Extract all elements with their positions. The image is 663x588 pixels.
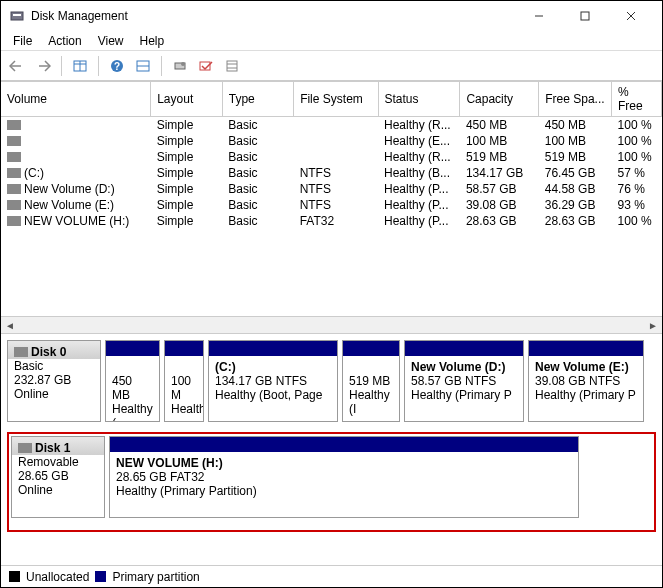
partition[interactable]: NEW VOLUME (H:)28.65 GB FAT32Healthy (Pr… xyxy=(109,436,579,518)
cell-pct: 100 % xyxy=(612,149,662,165)
disk-label[interactable]: Disk 0Basic232.87 GBOnline xyxy=(7,340,101,422)
settings-button[interactable] xyxy=(168,54,192,78)
volume-name: New Volume (D:) xyxy=(24,182,115,196)
partition-status: Healthy (Primary P xyxy=(411,388,517,402)
volume-table[interactable]: Volume Layout Type File System Status Ca… xyxy=(1,81,662,317)
partition[interactable]: (C:)134.17 GB NTFSHealthy (Boot, Page xyxy=(208,340,338,422)
volume-icon xyxy=(7,216,21,226)
col-free[interactable]: Free Spa... xyxy=(539,82,612,117)
forward-button[interactable] xyxy=(31,54,55,78)
partition-header-bar xyxy=(110,437,578,452)
cell-capacity: 519 MB xyxy=(460,149,539,165)
cell-layout: Simple xyxy=(151,165,223,181)
help-button[interactable]: ? xyxy=(105,54,129,78)
check-button[interactable] xyxy=(194,54,218,78)
legend-primary-swatch xyxy=(95,571,106,582)
menubar: File Action View Help xyxy=(1,31,662,51)
partition[interactable]: New Volume (D:)58.57 GB NTFSHealthy (Pri… xyxy=(404,340,524,422)
cell-free: 36.29 GB xyxy=(539,197,612,213)
close-button[interactable] xyxy=(608,1,654,31)
cell-free: 76.45 GB xyxy=(539,165,612,181)
col-filesystem[interactable]: File System xyxy=(294,82,378,117)
cell-pct: 100 % xyxy=(612,117,662,134)
app-icon xyxy=(9,8,25,24)
cell-layout: Simple xyxy=(151,181,223,197)
volume-icon xyxy=(7,152,21,162)
partition-status: Healthy (Primary Partition) xyxy=(116,484,572,498)
col-capacity[interactable]: Capacity xyxy=(460,82,539,117)
cell-capacity: 134.17 GB xyxy=(460,165,539,181)
table-row[interactable]: New Volume (E:)SimpleBasicNTFSHealthy (P… xyxy=(1,197,662,213)
cell-free: 44.58 GB xyxy=(539,181,612,197)
col-type[interactable]: Type xyxy=(222,82,293,117)
partition-size: 39.08 GB NTFS xyxy=(535,374,637,388)
maximize-button[interactable] xyxy=(562,1,608,31)
cell-fs xyxy=(294,133,378,149)
menu-action[interactable]: Action xyxy=(40,32,89,50)
disk-label[interactable]: Disk 1Removable28.65 GBOnline xyxy=(11,436,105,518)
partition[interactable]: 100 MHealth xyxy=(164,340,204,422)
cell-layout: Simple xyxy=(151,197,223,213)
svg-rect-1 xyxy=(13,14,21,16)
svg-point-16 xyxy=(181,62,185,66)
partition-size: 28.65 GB FAT32 xyxy=(116,470,572,484)
volume-name: NEW VOLUME (H:) xyxy=(24,214,129,228)
menu-file[interactable]: File xyxy=(5,32,40,50)
partition-status: Healthy (I xyxy=(349,388,393,416)
disk-layout-panel: Disk 0Basic232.87 GBOnline 450 MBHealthy… xyxy=(1,334,662,565)
scroll-right-icon[interactable]: ► xyxy=(645,318,661,333)
table-row[interactable]: NEW VOLUME (H:)SimpleBasicFAT32Healthy (… xyxy=(1,213,662,229)
view-list-button[interactable] xyxy=(68,54,92,78)
cell-free: 519 MB xyxy=(539,149,612,165)
view-layout-button[interactable] xyxy=(131,54,155,78)
cell-type: Basic xyxy=(222,213,293,229)
scroll-left-icon[interactable]: ◄ xyxy=(2,318,18,333)
partition-status: Healthy (Boot, Page xyxy=(215,388,331,402)
cell-status: Healthy (P... xyxy=(378,181,460,197)
volume-icon xyxy=(7,168,21,178)
volume-icon xyxy=(7,200,21,210)
cell-free: 450 MB xyxy=(539,117,612,134)
cell-free: 100 MB xyxy=(539,133,612,149)
cell-type: Basic xyxy=(222,165,293,181)
col-layout[interactable]: Layout xyxy=(151,82,223,117)
partition[interactable]: 450 MBHealthy ( xyxy=(105,340,160,422)
table-row[interactable]: SimpleBasicHealthy (R...519 MB519 MB100 … xyxy=(1,149,662,165)
col-volume[interactable]: Volume xyxy=(1,82,151,117)
cell-free: 28.63 GB xyxy=(539,213,612,229)
back-button[interactable] xyxy=(5,54,29,78)
cell-layout: Simple xyxy=(151,149,223,165)
window-title: Disk Management xyxy=(31,9,516,23)
horizontal-scrollbar[interactable]: ◄ ► xyxy=(1,317,662,334)
menu-view[interactable]: View xyxy=(90,32,132,50)
partition[interactable]: 519 MBHealthy (I xyxy=(342,340,400,422)
disk-icon xyxy=(18,443,32,453)
legend-unallocated-swatch xyxy=(9,571,20,582)
disk-row-disk0: Disk 0Basic232.87 GBOnline 450 MBHealthy… xyxy=(7,340,656,422)
table-row[interactable]: SimpleBasicHealthy (E...100 MB100 MB100 … xyxy=(1,133,662,149)
col-status[interactable]: Status xyxy=(378,82,460,117)
table-row[interactable]: SimpleBasicHealthy (R...450 MB450 MB100 … xyxy=(1,117,662,134)
legend-unallocated-label: Unallocated xyxy=(26,570,89,584)
partition-status: Healthy (Primary P xyxy=(535,388,637,402)
table-header-row[interactable]: Volume Layout Type File System Status Ca… xyxy=(1,82,662,117)
partition-status: Healthy ( xyxy=(112,402,153,421)
cell-pct: 93 % xyxy=(612,197,662,213)
minimize-button[interactable] xyxy=(516,1,562,31)
disk-management-window: Disk Management File Action View Help ? xyxy=(0,0,663,588)
partition[interactable]: New Volume (E:)39.08 GB NTFSHealthy (Pri… xyxy=(528,340,644,422)
disk-type: Basic xyxy=(14,359,94,373)
cell-pct: 100 % xyxy=(612,133,662,149)
grid-button[interactable] xyxy=(220,54,244,78)
cell-fs: NTFS xyxy=(294,165,378,181)
col-pctfree[interactable]: % Free xyxy=(612,82,662,117)
volume-icon xyxy=(7,136,21,146)
table-row[interactable]: New Volume (D:)SimpleBasicNTFSHealthy (P… xyxy=(1,181,662,197)
cell-capacity: 28.63 GB xyxy=(460,213,539,229)
menu-help[interactable]: Help xyxy=(132,32,173,50)
titlebar[interactable]: Disk Management xyxy=(1,1,662,31)
table-row[interactable]: (C:)SimpleBasicNTFSHealthy (B...134.17 G… xyxy=(1,165,662,181)
partition-size: 58.57 GB NTFS xyxy=(411,374,517,388)
cell-type: Basic xyxy=(222,117,293,134)
volume-name: New Volume (E:) xyxy=(24,198,114,212)
